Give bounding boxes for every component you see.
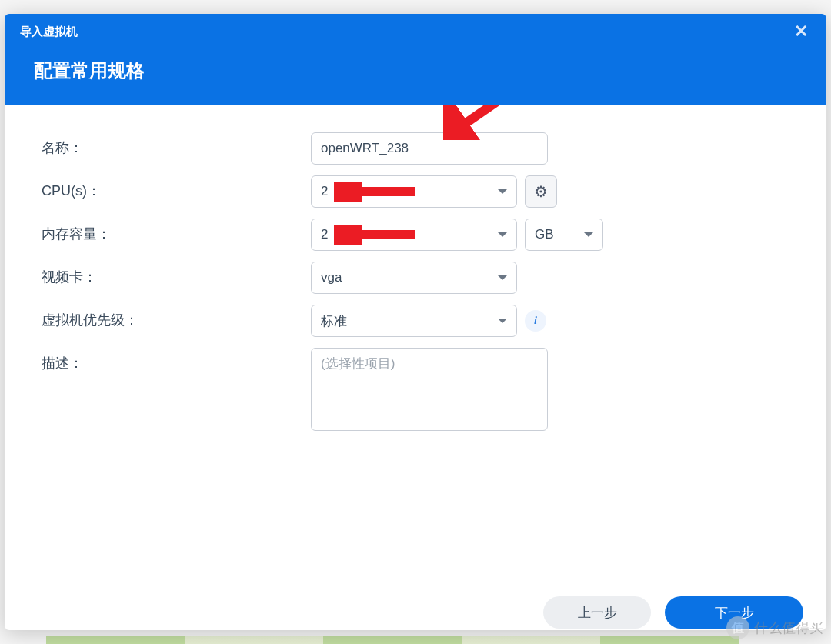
cpu-select[interactable]: 2 — [311, 175, 517, 208]
chevron-down-icon — [498, 275, 507, 280]
priority-select[interactable]: 标准 — [311, 305, 517, 337]
row-cpu: CPU(s)： 2 ⚙ — [42, 175, 789, 208]
row-priority: 虚拟机优先级： 标准 i — [42, 305, 789, 337]
row-name: 名称： — [42, 132, 789, 165]
import-vm-dialog: 导入虚拟机 ✕ 配置常用规格 名称： CPU(s)： 2 — [5, 14, 826, 630]
label-description: 描述： — [42, 348, 311, 372]
chevron-down-icon — [584, 232, 593, 237]
svg-line-1 — [452, 105, 517, 132]
chevron-down-icon — [498, 189, 507, 194]
form-content: 名称： CPU(s)： 2 ⚙ — [5, 105, 826, 596]
memory-unit-select[interactable]: GB — [525, 219, 603, 251]
dialog-title: 导入虚拟机 — [20, 25, 78, 39]
label-memory: 内存容量： — [42, 219, 311, 243]
chevron-down-icon — [498, 319, 507, 323]
cpu-settings-button[interactable]: ⚙ — [525, 175, 557, 208]
video-select[interactable]: vga — [311, 262, 517, 294]
dialog-header: 导入虚拟机 ✕ 配置常用规格 — [5, 14, 826, 105]
info-icon: i — [534, 315, 537, 327]
gear-icon: ⚙ — [534, 182, 548, 201]
memory-unit: GB — [535, 227, 554, 242]
close-icon[interactable]: ✕ — [789, 20, 813, 43]
back-button[interactable]: 上一步 — [543, 596, 651, 629]
row-memory: 内存容量： 2 GB — [42, 219, 789, 251]
name-input[interactable] — [311, 132, 548, 165]
dialog-footer: 上一步 下一步 — [5, 596, 826, 630]
cpu-value: 2 — [321, 184, 328, 199]
row-description: 描述： — [42, 348, 789, 431]
priority-value: 标准 — [321, 312, 347, 330]
memory-select[interactable]: 2 — [311, 219, 517, 251]
memory-value: 2 — [321, 227, 328, 242]
next-button[interactable]: 下一步 — [665, 596, 803, 629]
label-priority: 虚拟机优先级： — [42, 305, 311, 329]
chevron-down-icon — [498, 232, 507, 237]
row-video: 视频卡： vga — [42, 262, 789, 294]
priority-info-button[interactable]: i — [525, 310, 546, 332]
background-strip — [46, 636, 739, 644]
label-cpu: CPU(s)： — [42, 175, 311, 200]
titlebar: 导入虚拟机 ✕ — [5, 14, 826, 48]
description-textarea[interactable] — [311, 348, 548, 431]
video-value: vga — [321, 270, 342, 285]
label-video: 视频卡： — [42, 262, 311, 286]
dialog-subtitle: 配置常用规格 — [5, 48, 826, 105]
label-name: 名称： — [42, 132, 311, 157]
